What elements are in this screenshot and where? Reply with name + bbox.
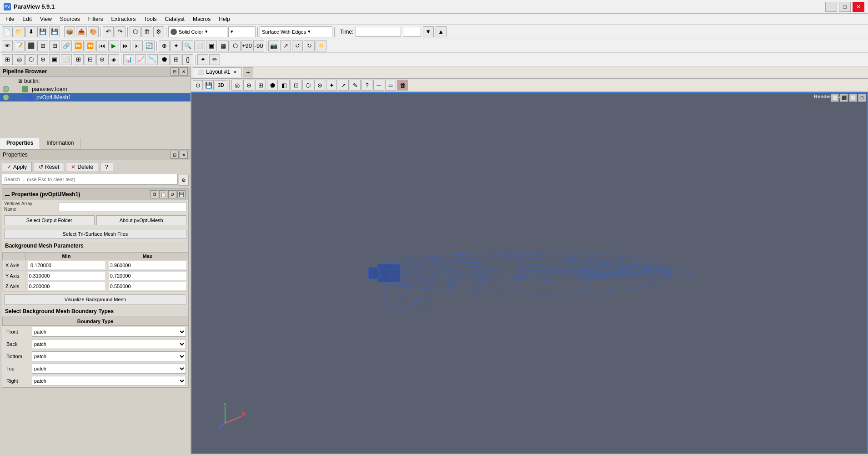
axis-min-input-0[interactable] (28, 261, 105, 269)
filter2-button[interactable]: ◎ (14, 54, 25, 65)
backward-button[interactable]: ⏪ (85, 41, 95, 51)
loop-button[interactable]: 🔄 (144, 41, 155, 51)
visualize-bg-mesh-button[interactable]: Visualize Background Mesh (4, 294, 186, 304)
pipeline-item-builtin[interactable]: 🖥 builtin: (0, 77, 191, 85)
axis-max-input-1[interactable] (109, 272, 186, 280)
forward-button[interactable]: ⏩ (73, 41, 84, 51)
filter3-button[interactable]: ⬡ (25, 54, 36, 65)
import-button[interactable]: 📦 (64, 26, 75, 37)
select-tri-surface-button[interactable]: Select Tri-Surface Mesh Files (4, 229, 186, 239)
plus-box-button[interactable]: ⊞ (37, 41, 48, 51)
close-button[interactable]: ✕ (853, 2, 864, 12)
filter4-button[interactable]: ⊕ (37, 54, 48, 65)
play-first-button[interactable]: ⏮ (96, 41, 107, 51)
play-button[interactable]: ▶ (108, 41, 119, 51)
minimize-button[interactable]: ─ (825, 2, 837, 12)
render-tool4[interactable]: ⬟ (267, 80, 278, 91)
minus-box-button[interactable]: ⊟ (49, 41, 60, 51)
rotate-left-button[interactable]: ↺ (292, 41, 303, 51)
render-3d-button[interactable]: 3D (215, 80, 227, 90)
chart3-button[interactable]: 📉 (147, 54, 158, 65)
render-tool7[interactable]: ⬡ (302, 80, 313, 91)
time-value-input[interactable]: 0 (403, 27, 421, 37)
select-output-folder-button[interactable]: Select Output Folder (4, 215, 95, 225)
boundary-type-select-4[interactable]: patchwallsymmetryemptyinletoutlet (32, 376, 186, 386)
tab-information[interactable]: Information (40, 138, 80, 149)
boundary-type-select-2[interactable]: patchwallsymmetryemptyinletoutlet (32, 351, 186, 361)
layout-split-v-button[interactable]: ⬜ (849, 94, 857, 102)
menu-item-tools[interactable]: Tools (140, 15, 161, 23)
time-inc-button[interactable]: ▲ (436, 26, 447, 37)
render-tool10[interactable]: ↗ (338, 80, 349, 91)
render-tool2[interactable]: ⊕ (243, 80, 254, 91)
new-button[interactable]: 📄 (2, 26, 13, 37)
search-settings-button[interactable]: ⚙ (179, 175, 189, 186)
axis-max-input-0[interactable] (109, 261, 186, 269)
reset-view-button[interactable]: ↻ (316, 41, 326, 51)
filter6-button[interactable]: ⬜ (61, 54, 72, 65)
pipeline-restore-button[interactable]: ⊟ (171, 67, 179, 76)
delete-data-button[interactable]: 🗑 (141, 26, 152, 37)
undo-button[interactable]: ↶ (103, 26, 114, 37)
layout-split-h-button[interactable]: ⬛ (840, 94, 848, 102)
chart6-button[interactable]: {} (182, 54, 193, 65)
vertices-array-input[interactable]: Vertex Count (59, 202, 186, 211)
box-icon-button[interactable]: ⬛ (25, 41, 36, 51)
interact-button[interactable]: ↗ (280, 41, 291, 51)
zoom-button[interactable]: 🔍 (182, 41, 193, 51)
redo-button[interactable]: ↷ (115, 26, 125, 37)
props-close-button[interactable]: ✕ (180, 151, 188, 159)
render-tool1[interactable]: ◎ (231, 80, 242, 91)
menu-item-catalyst[interactable]: Catalyst (161, 15, 188, 23)
select-points-button[interactable]: ✦ (171, 41, 181, 51)
create-filter-button[interactable]: ⬡ (130, 26, 140, 37)
axis-min-input-1[interactable] (28, 272, 105, 280)
screenshot-button[interactable]: 📷 (268, 41, 279, 51)
save-state-as-button[interactable]: 💾 (49, 26, 60, 37)
pipeline-close-button[interactable]: ✕ (180, 67, 188, 76)
copy-button[interactable]: ⧉ (150, 190, 158, 198)
render-delete-button[interactable]: 🗑 (397, 80, 408, 91)
render-tool13[interactable]: ─ (373, 80, 384, 91)
filter5-button[interactable]: ▣ (49, 54, 60, 65)
tab-properties[interactable]: Properties (0, 138, 40, 149)
filter7-button[interactable]: ⊞ (73, 54, 84, 65)
maximize-button[interactable]: □ (839, 2, 851, 12)
render-tool9[interactable]: ✦ (326, 80, 337, 91)
color-preset-dropdown[interactable]: Solid Color ▾ (168, 26, 227, 37)
render-tool5[interactable]: ◧ (279, 80, 290, 91)
menu-item-sources[interactable]: Sources (56, 15, 84, 23)
boundary-type-select-1[interactable]: patchwallsymmetryemptyinletoutlet (32, 339, 186, 349)
axis-max-input-2[interactable] (109, 282, 186, 290)
save-default-button[interactable]: 💾 (177, 190, 186, 198)
axis-min-input-2[interactable] (28, 282, 105, 290)
menu-item-view[interactable]: View (36, 15, 55, 23)
render-tool6[interactable]: ⊡ (291, 80, 301, 91)
open-button[interactable]: 📁 (14, 26, 25, 37)
play-last-button[interactable]: ⏯ (132, 41, 143, 51)
link-button[interactable]: 🔗 (61, 41, 72, 51)
pipeline-item-paraview[interactable]: paraview.foam (0, 85, 191, 93)
chart2-button[interactable]: 📈 (135, 54, 146, 65)
render-reset-camera-button[interactable]: ⊙ (193, 80, 203, 90)
menu-item-file[interactable]: File (2, 15, 18, 23)
delete-button[interactable]: ✕ Delete (66, 162, 98, 172)
filter8-button[interactable]: ⊟ (85, 54, 95, 65)
render-tool12[interactable]: ? (361, 80, 372, 91)
menu-item-help[interactable]: Help (215, 15, 234, 23)
select-surface-button[interactable]: ▣ (206, 41, 217, 51)
chart5-button[interactable]: ⊞ (171, 54, 181, 65)
annotate-button[interactable]: 📝 (14, 41, 25, 51)
select-all-button[interactable]: ⊕ (159, 41, 170, 51)
props-restore-button[interactable]: ⊟ (171, 151, 179, 159)
refresh-button[interactable]: ↺ (168, 190, 176, 198)
rotate-right-button[interactable]: ↻ (304, 41, 315, 51)
menu-item-edit[interactable]: Edit (19, 15, 35, 23)
representation-dropdown[interactable]: Surface With Edges ▾ (260, 26, 332, 37)
boundary-type-select-0[interactable]: patchwallsymmetryemptyinletoutlet (32, 327, 186, 337)
menu-item-macros[interactable]: Macros (189, 15, 214, 23)
color-scale-dropdown[interactable]: ▾ (228, 26, 256, 37)
export-button[interactable]: 📤 (76, 26, 87, 37)
render-tool14[interactable]: ═ (385, 80, 396, 91)
about-pvoptu-button[interactable]: About pvOptUMesh (96, 215, 187, 225)
